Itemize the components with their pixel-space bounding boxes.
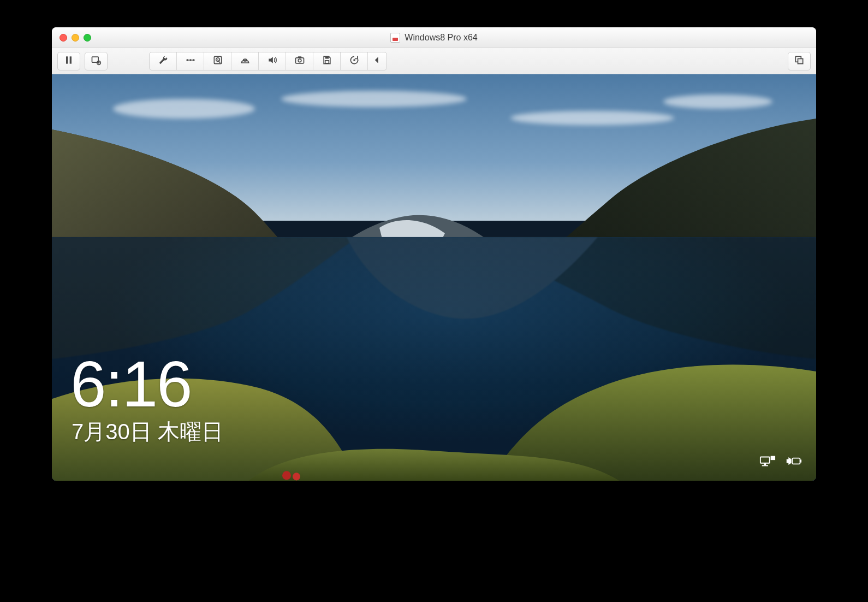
window-title-text: Windows8 Pro x64 [405,33,477,43]
vm-settings-button[interactable] [150,52,177,70]
svg-rect-25 [771,456,775,461]
hdd-button[interactable] [204,52,231,70]
traffic-lights [52,34,91,42]
vmx-file-icon [390,33,400,43]
snapshot-button[interactable] [85,52,108,70]
svg-point-11 [245,60,245,60]
floppy-icon [322,55,332,68]
sound-icon [267,55,278,68]
chevron-left-icon [372,55,383,68]
svg-rect-23 [764,463,766,465]
camera-icon [294,55,305,68]
svg-rect-24 [762,465,768,467]
window-minimize-button[interactable] [72,34,79,42]
svg-rect-15 [325,56,329,58]
network-button[interactable] [177,52,204,70]
snapshot-icon [91,55,102,68]
fullscreen-button[interactable] [788,52,811,70]
floppy-button[interactable] [313,52,341,70]
svg-point-4 [186,59,188,61]
power-status-icon [786,455,802,470]
network-icon [185,55,196,68]
lock-tray [759,455,802,470]
wrench-icon [158,55,169,68]
svg-rect-19 [798,58,803,63]
pause-button[interactable] [57,52,80,70]
usb-sync-icon [349,55,360,68]
window-close-button[interactable] [60,34,67,42]
camera-button[interactable] [286,52,313,70]
svg-point-6 [193,59,195,61]
sound-button[interactable] [259,52,286,70]
more-devices-button[interactable] [368,52,387,70]
windows-lock-screen[interactable]: 6:16 7月30日 木曜日 [52,74,816,481]
pause-icon [63,55,74,68]
svg-rect-14 [298,56,301,58]
svg-rect-27 [800,459,801,462]
device-toolbar-group [149,52,387,70]
lock-date: 7月30日 木曜日 [72,417,223,447]
svg-point-17 [353,59,355,61]
svg-rect-0 [66,56,68,63]
svg-rect-26 [792,458,800,464]
network-status-icon [759,455,776,470]
svg-point-5 [189,59,192,61]
titlebar[interactable]: Windows8 Pro x64 [52,27,816,48]
svg-rect-16 [325,60,329,63]
window-zoom-button[interactable] [84,34,91,42]
vm-display: 6:16 7月30日 木曜日 [52,74,816,481]
hdd-icon [212,55,223,68]
window-title: Windows8 Pro x64 [52,33,816,43]
vmware-window: Windows8 Pro x64 [52,27,816,481]
svg-point-13 [298,59,301,62]
lock-time: 6:16 [70,352,192,416]
usb-button[interactable] [341,52,368,70]
vm-toolbar [52,48,816,74]
svg-rect-1 [70,56,72,63]
cd-icon [240,55,251,68]
cd-button[interactable] [231,52,259,70]
svg-rect-22 [760,457,770,463]
fullscreen-icon [794,55,805,68]
